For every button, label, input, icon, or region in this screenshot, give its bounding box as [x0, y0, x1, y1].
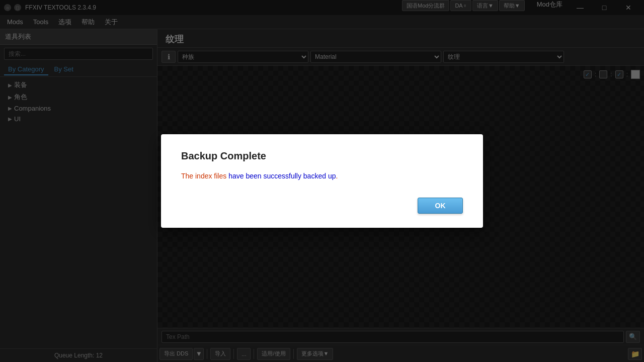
msg-part-up: up	[328, 172, 336, 180]
modal-overlay: Backup Complete The index files have bee…	[0, 0, 644, 362]
msg-part-successfully: successfully	[263, 172, 301, 180]
msg-part-backed: backed	[303, 172, 326, 180]
modal-footer: OK	[181, 198, 463, 214]
msg-part-dot: .	[336, 172, 338, 180]
msg-part-1: The index files	[181, 172, 228, 180]
msg-part-been: been	[246, 172, 261, 180]
modal-title: Backup Complete	[181, 150, 266, 162]
modal-dialog: Backup Complete The index files have bee…	[161, 134, 483, 228]
msg-part-have: have	[228, 172, 244, 180]
modal-message: The index files have been successfully b…	[181, 171, 338, 182]
ok-button[interactable]: OK	[418, 198, 463, 214]
